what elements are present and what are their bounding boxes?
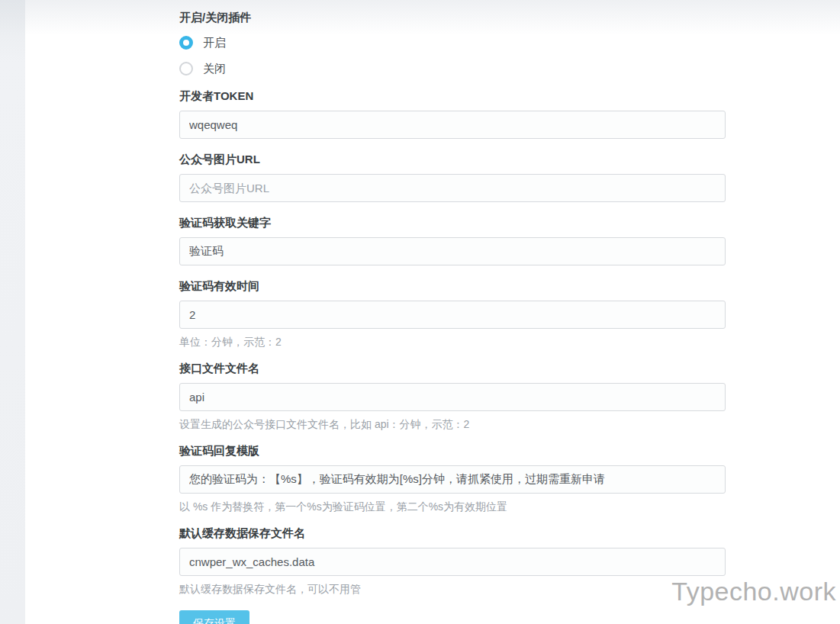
captcha-valid-time-label: 验证码有效时间 [179,280,726,292]
developer-token-label: 开发者TOKEN [179,90,726,102]
official-account-image-url-input[interactable] [179,174,726,202]
developer-token-input[interactable] [179,111,726,139]
captcha-valid-time-input[interactable] [179,301,726,329]
captcha-keyword-label: 验证码获取关键字 [179,217,726,229]
plugin-toggle-label: 开启/关闭插件 [179,11,726,24]
save-settings-button[interactable]: 保存设置 [179,610,249,624]
official-account-image-url-label: 公众号图片URL [179,153,726,166]
radio-unselected-icon[interactable] [179,62,193,76]
cache-filename-label: 默认缓存数据保存文件名 [179,527,726,539]
api-filename-helper: 设置生成的公众号接口文件文件名，比如 api：分钟，示范：2 [179,418,726,430]
radio-selected-icon[interactable] [179,36,193,50]
plugin-settings-form: 开启/关闭插件 开启 关闭 开发者TOKEN 公众号图片URL 验证码获取关键字… [179,0,726,624]
api-filename-label: 接口文件文件名 [179,362,726,375]
radio-option-enable[interactable]: 开启 [179,36,726,50]
cache-filename-helper: 默认缓存数据保存文件名，可以不用管 [179,583,726,595]
captcha-reply-template-label: 验证码回复模版 [179,445,726,457]
radio-option-disable-label: 关闭 [203,62,226,76]
captcha-reply-template-input[interactable] [179,465,726,494]
captcha-keyword-input[interactable] [179,237,726,265]
radio-option-enable-label: 开启 [203,36,226,50]
cache-filename-input[interactable] [179,548,726,576]
api-filename-input[interactable] [179,383,726,411]
captcha-reply-template-helper: 以 %s 作为替换符，第一个%s为验证码位置，第二个%s为有效期位置 [179,500,726,513]
captcha-valid-time-helper: 单位：分钟，示范：2 [179,336,726,348]
page-left-gutter [0,0,25,624]
radio-option-disable[interactable]: 关闭 [179,62,726,76]
